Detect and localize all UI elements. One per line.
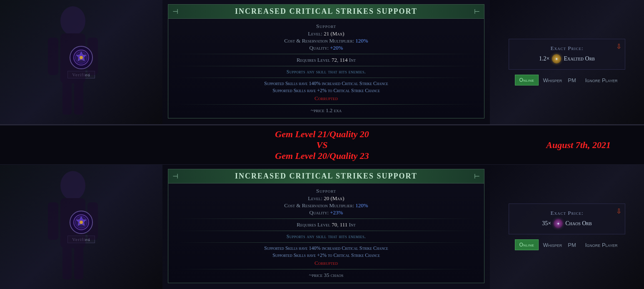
top-level-value: 21 (Max) — [324, 30, 344, 37]
bottom-cost-label: Cost & Reservation Multiplier: — [284, 202, 354, 209]
top-avatar-section: Verified — [0, 0, 162, 124]
bottom-level-label: Level: — [308, 195, 322, 201]
top-orb-icon: ✦ — [552, 54, 561, 63]
bottom-orb-name: Chaos Orb — [565, 220, 592, 227]
top-item-req: Requires Level 72, 114 Int — [177, 57, 476, 63]
bottom-item-type: Support — [177, 188, 476, 194]
svg-point-19 — [80, 221, 83, 224]
bottom-avatar-section: Verified — [0, 165, 162, 289]
avatar — [70, 46, 93, 69]
top-price-amount: 1.2× — [539, 55, 549, 62]
top-item-mod2: Supported Skills have +2% to Critical St… — [177, 88, 476, 94]
bottom-item-flavor: Supports any skill that hits enemies. — [177, 234, 476, 240]
comparison-row: Gem Level 21/Quality 20 VS Gem Level 20/… — [0, 125, 644, 165]
top-divider-1 — [177, 54, 476, 54]
bottom-item-level: Level: 20 (Max) — [177, 195, 476, 202]
verified-badge: Verified — [67, 71, 95, 78]
top-right-panel: ⇩ Exact Price: 1.2× ✦ Exalted Orb Online… — [490, 0, 644, 124]
bottom-quality-label: Quality: — [310, 209, 329, 216]
top-item-level: Level: 21 (Max) — [177, 30, 476, 37]
bottom-item-title: Increased Critical Strikes Support — [235, 172, 417, 181]
bottom-price-value: 35× ✦ Chaos Orb — [519, 219, 615, 228]
bottom-item-req: Requires Level 70, 111 Int — [177, 221, 476, 228]
bottom-verified-badge: Verified — [67, 236, 95, 243]
bottom-online-button[interactable]: Online — [515, 239, 539, 250]
bottom-download-icon: ⇩ — [616, 207, 622, 215]
top-item-quality: Quality: +20% — [177, 45, 476, 51]
svg-point-9 — [80, 56, 83, 59]
top-item-title: Increased Critical Strikes Support — [235, 7, 417, 16]
top-cost-value: 120% — [355, 38, 368, 44]
bottom-divider-3 — [177, 242, 476, 243]
svg-rect-4 — [62, 81, 72, 115]
bottom-req-level: 70 — [332, 221, 337, 228]
top-divider-2 — [177, 66, 476, 66]
bottom-level-value: 20 (Max) — [324, 195, 344, 201]
bottom-price-box: ⇩ Exact Price: 35× ✦ Chaos Orb — [509, 204, 625, 234]
bottom-item-header: ⊣ Increased Critical Strikes Support ⊢ — [168, 169, 484, 183]
top-header-ornament-left: ⊣ — [172, 8, 178, 15]
bottom-right-panel: ⇩ Exact Price: 35× ✦ Chaos Orb Online Wh… — [490, 165, 644, 289]
top-cost-label: Cost & Reservation Multiplier: — [284, 38, 354, 44]
top-item-price: ~price 1.2 exa — [177, 107, 476, 114]
svg-rect-15 — [74, 246, 83, 279]
top-item-mod1: Supported Skills have 140% increased Cri… — [177, 80, 476, 87]
bottom-req-int: 111 — [340, 221, 348, 228]
top-avatar-wrapper: Verified — [67, 46, 95, 78]
bottom-item-cost: Cost & Reservation Multiplier: 120% — [177, 202, 476, 209]
svg-point-10 — [60, 171, 85, 200]
top-item-cost: Cost & Reservation Multiplier: 120% — [177, 38, 476, 44]
bottom-header-ornament-right: ⊢ — [474, 172, 480, 180]
comparison-date: August 7th, 2021 — [546, 140, 611, 151]
bottom-pm-button[interactable]: PM — [566, 240, 578, 250]
comparison-line1: Gem Level 21/Quality 20 — [275, 129, 369, 140]
top-price-value: 1.2× ✦ Exalted Orb — [519, 54, 615, 63]
top-orb-name: Exalted Orb — [564, 55, 595, 62]
svg-point-0 — [60, 6, 85, 35]
top-quality-value: +20% — [330, 45, 343, 51]
top-divider-3 — [177, 78, 476, 78]
svg-rect-5 — [74, 81, 83, 115]
bottom-divider-1 — [177, 219, 476, 219]
top-req-level: 72 — [332, 57, 337, 63]
top-item-header: ⊣ Increased Critical Strikes Support ⊢ — [168, 5, 484, 19]
top-whisper-button[interactable]: Whisper — [541, 75, 564, 85]
bottom-price-label: Exact Price: — [519, 210, 615, 216]
top-ignore-button[interactable]: Ignore Player — [584, 75, 619, 85]
bottom-avatar-wrapper: Verified — [67, 211, 95, 243]
bottom-req-label: Requires Level — [297, 221, 330, 228]
comparison-text: Gem Level 21/Quality 20 VS Gem Level 20/… — [275, 129, 369, 161]
svg-rect-2 — [48, 38, 58, 75]
bottom-ignore-button[interactable]: Ignore Player — [584, 240, 619, 250]
top-price-label: Exact Price: — [519, 45, 615, 52]
bottom-price-amount: 35× — [542, 220, 551, 227]
top-req-int: 114 — [340, 57, 348, 63]
top-level-label: Level: — [308, 30, 322, 37]
top-req-label: Requires Level — [297, 57, 330, 63]
top-quality-label: Quality: — [310, 45, 329, 51]
top-header-ornament-right: ⊢ — [474, 8, 480, 15]
bottom-item-card: ⊣ Increased Critical Strikes Support ⊢ S… — [162, 165, 490, 289]
comparison-line2: VS — [275, 140, 369, 151]
comparison-line3: Gem Level 20/Quality 23 — [275, 151, 369, 161]
top-action-row: Online Whisper PM Ignore Player — [515, 75, 619, 85]
top-download-icon: ⇩ — [616, 43, 622, 50]
top-item-flavor: Supports any skill that hits enemies. — [177, 69, 476, 75]
bottom-divider-4 — [177, 269, 476, 269]
bottom-whisper-button[interactable]: Whisper — [541, 240, 564, 250]
top-online-button[interactable]: Online — [515, 75, 539, 85]
top-divider-4 — [177, 104, 476, 105]
top-item-corrupted: Corrupted — [177, 95, 476, 102]
top-item-type: Support — [177, 23, 476, 30]
bottom-header-ornament-left: ⊣ — [172, 172, 178, 180]
top-req-int-label: Int — [349, 57, 356, 63]
bottom-cost-value: 120% — [355, 202, 368, 209]
bottom-divider-2 — [177, 231, 476, 231]
bottom-req-int-label: Int — [349, 221, 356, 228]
bottom-item-corrupted: Corrupted — [177, 260, 476, 266]
bottom-item-mod2: Supported Skills have +2% to Critical St… — [177, 252, 476, 259]
svg-rect-12 — [48, 202, 58, 240]
bottom-item-quality: Quality: +23% — [177, 209, 476, 216]
top-pm-button[interactable]: PM — [566, 75, 578, 85]
bottom-avatar — [70, 211, 93, 234]
